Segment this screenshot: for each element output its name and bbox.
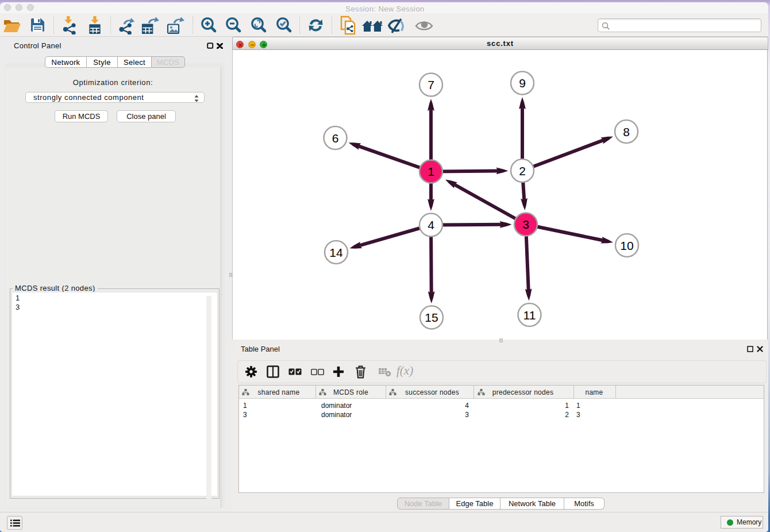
svg-text:6: 6 xyxy=(332,132,339,145)
svg-text:11: 11 xyxy=(523,309,536,322)
svg-text:2: 2 xyxy=(519,164,526,178)
svg-text:14: 14 xyxy=(329,246,343,259)
svg-text:15: 15 xyxy=(425,311,438,324)
svg-text:7: 7 xyxy=(428,78,434,91)
svg-text:3: 3 xyxy=(522,218,529,231)
svg-text:4: 4 xyxy=(428,218,434,232)
svg-text:8: 8 xyxy=(623,125,630,138)
svg-text:1: 1 xyxy=(428,165,434,178)
svg-text:9: 9 xyxy=(519,76,526,90)
svg-text:10: 10 xyxy=(620,239,633,252)
